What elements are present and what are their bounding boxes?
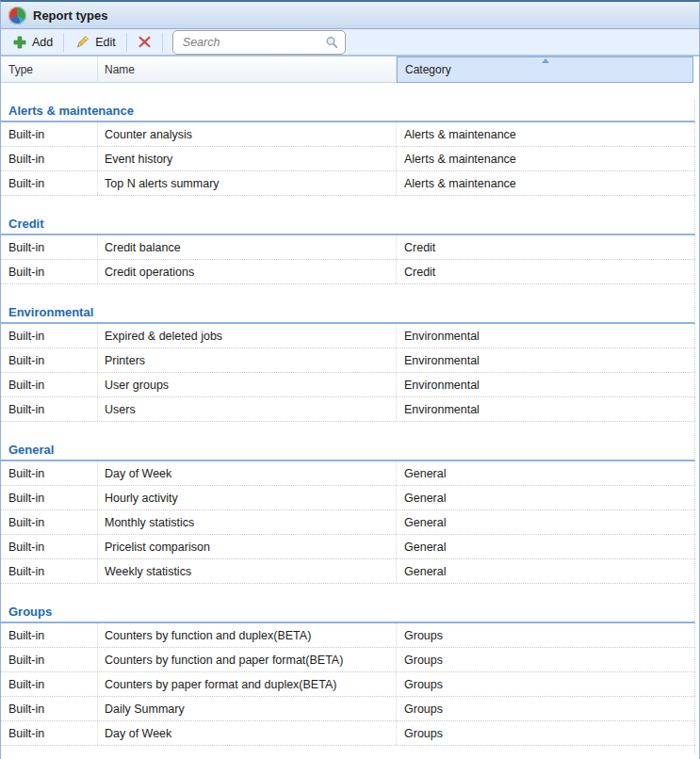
cell-name: Top N alerts summary bbox=[98, 171, 397, 195]
table-row[interactable]: Built-inDay of WeekGeneral bbox=[1, 461, 695, 486]
grid-body: Alerts & maintenanceBuilt-inCounter anal… bbox=[1, 100, 700, 754]
table-row[interactable]: Built-inCredit balanceCredit bbox=[1, 235, 695, 260]
cell-category: Environmental bbox=[397, 348, 695, 372]
pencil-icon bbox=[74, 35, 90, 50]
cell-type: Built-in bbox=[1, 348, 98, 372]
cell-type: Built-in bbox=[1, 122, 98, 146]
cell-category: Environmental bbox=[397, 373, 695, 396]
cell-name: Day of Week bbox=[98, 721, 397, 745]
group-header[interactable]: Groups bbox=[1, 601, 695, 623]
search-box bbox=[172, 30, 346, 55]
table-row[interactable]: Built-inDaily SummaryGroups bbox=[1, 697, 695, 721]
group-header[interactable]: Credit bbox=[1, 213, 695, 235]
cell-type: Built-in bbox=[1, 147, 98, 170]
cell-category: Groups bbox=[397, 648, 695, 671]
group-label: General bbox=[8, 443, 54, 457]
cell-type: Built-in bbox=[1, 672, 98, 696]
column-header-category[interactable]: Category bbox=[397, 57, 693, 83]
column-header-category-label: Category bbox=[405, 63, 451, 76]
table-row[interactable]: Built-inHourly activityGeneral bbox=[1, 486, 695, 510]
group-header[interactable]: Environmental bbox=[1, 301, 695, 324]
delete-x-icon bbox=[138, 35, 152, 49]
cell-name: Event history bbox=[98, 147, 397, 170]
cell-name: Counters by paper format and duplex(BETA… bbox=[98, 672, 397, 696]
cell-type: Built-in bbox=[1, 697, 98, 720]
group-header[interactable]: Alerts & maintenance bbox=[1, 100, 695, 122]
cell-name: Pricelist comparison bbox=[98, 535, 397, 558]
cell-type: Built-in bbox=[1, 510, 98, 534]
cell-name: Day of Week bbox=[98, 461, 397, 485]
cell-type: Built-in bbox=[1, 461, 98, 485]
cell-type: Built-in bbox=[1, 324, 98, 347]
grid-right-edge bbox=[694, 100, 695, 754]
cell-type: Built-in bbox=[1, 535, 98, 558]
cell-type: Built-in bbox=[1, 373, 98, 396]
table-row[interactable]: Built-inWeekly statisticsGeneral bbox=[1, 559, 695, 584]
add-button[interactable]: Add bbox=[8, 34, 57, 51]
column-header-type-label: Type bbox=[8, 63, 33, 76]
cell-category: Environmental bbox=[397, 324, 695, 347]
cell-name: Users bbox=[98, 397, 397, 421]
cell-type: Built-in bbox=[1, 486, 98, 509]
table-row[interactable]: Built-inUsersEnvironmental bbox=[1, 397, 695, 422]
group-header[interactable]: General bbox=[1, 439, 695, 461]
table-row[interactable]: Built-inCounters by function and paper f… bbox=[1, 648, 695, 672]
cell-category: General bbox=[397, 486, 695, 509]
plus-icon bbox=[13, 36, 26, 49]
table-row[interactable]: Built-inCounters by paper format and dup… bbox=[1, 672, 695, 697]
cell-name: Printers bbox=[98, 348, 397, 372]
table-row[interactable]: Built-inCounters by function and duplex(… bbox=[1, 623, 695, 648]
group-label: Credit bbox=[8, 217, 44, 231]
edit-button[interactable]: Edit bbox=[70, 33, 121, 52]
cell-name: Counters by function and paper format(BE… bbox=[98, 648, 397, 671]
table-row[interactable]: Built-inMonthly statisticsGeneral bbox=[1, 510, 695, 535]
column-header-type[interactable]: Type bbox=[1, 57, 98, 83]
table-row[interactable]: Built-inCounter analysisAlerts & mainten… bbox=[1, 122, 695, 147]
cell-name: Expired & deleted jobs bbox=[98, 324, 397, 347]
cell-category: Alerts & maintenance bbox=[397, 147, 695, 170]
cell-category: Groups bbox=[397, 697, 695, 720]
cell-category: Groups bbox=[397, 623, 695, 647]
cell-category: Alerts & maintenance bbox=[397, 122, 695, 146]
cell-category: General bbox=[397, 461, 695, 485]
table-row[interactable]: Built-inEvent historyAlerts & maintenanc… bbox=[1, 147, 695, 171]
cell-category: Credit bbox=[397, 260, 695, 283]
table-row[interactable]: Built-inPrintersEnvironmental bbox=[1, 348, 695, 373]
cell-name: Credit operations bbox=[98, 260, 397, 283]
cell-name: Monthly statistics bbox=[98, 510, 397, 534]
cell-category: Groups bbox=[397, 721, 695, 745]
table-row-partial[interactable] bbox=[1, 746, 695, 754]
delete-button[interactable] bbox=[133, 33, 156, 51]
cell-name: Counter analysis bbox=[98, 122, 397, 146]
column-header-name[interactable]: Name bbox=[98, 57, 397, 83]
search-input[interactable] bbox=[173, 36, 325, 49]
cell-category: General bbox=[397, 535, 695, 558]
toolbar-separator bbox=[63, 33, 64, 52]
column-header-row: Type Name Category bbox=[1, 57, 699, 83]
cell-name: Daily Summary bbox=[98, 697, 397, 720]
cell-type: Built-in bbox=[1, 260, 98, 283]
cell-type: Built-in bbox=[1, 171, 98, 195]
cell-type: Built-in bbox=[1, 648, 98, 671]
cell-type: Built-in bbox=[1, 559, 98, 583]
toolbar: Add Edit bbox=[1, 29, 699, 57]
titlebar: Report types bbox=[1, 2, 699, 29]
cell-type: Built-in bbox=[1, 623, 98, 647]
table-row[interactable]: Built-inUser groupsEnvironmental bbox=[1, 373, 695, 397]
group-label: Groups bbox=[8, 605, 52, 619]
column-header-name-label: Name bbox=[105, 63, 135, 76]
cell-category: Environmental bbox=[397, 397, 695, 421]
add-button-label: Add bbox=[32, 36, 53, 49]
cell-category: Credit bbox=[397, 235, 695, 259]
table-row[interactable]: Built-inDay of WeekGroups bbox=[1, 721, 695, 746]
table-row[interactable]: Built-inCredit operationsCredit bbox=[1, 260, 695, 284]
toolbar-separator bbox=[126, 33, 127, 52]
cell-category: General bbox=[397, 559, 695, 583]
table-row[interactable]: Built-inTop N alerts summaryAlerts & mai… bbox=[1, 171, 695, 196]
cell-type: Built-in bbox=[1, 721, 98, 745]
window-title: Report types bbox=[33, 8, 107, 23]
cell-type: Built-in bbox=[1, 397, 98, 421]
table-row[interactable]: Built-inExpired & deleted jobsEnvironmen… bbox=[1, 324, 695, 348]
magnifier-icon bbox=[325, 36, 338, 49]
table-row[interactable]: Built-inPricelist comparisonGeneral bbox=[1, 535, 695, 559]
